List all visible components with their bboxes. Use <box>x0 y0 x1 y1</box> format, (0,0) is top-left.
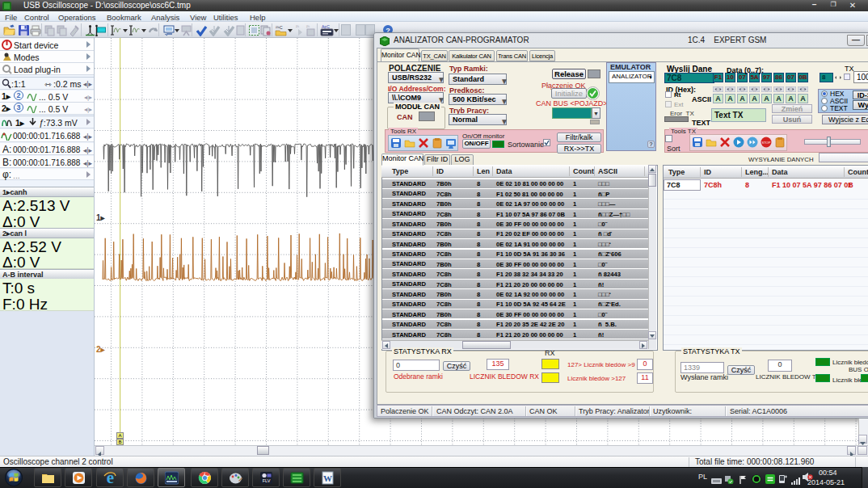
svg-text:STOP: STOP <box>762 141 771 145</box>
svg-text:W: W <box>323 473 332 483</box>
svg-text:²³¹C: ²³¹C <box>276 25 283 30</box>
svg-text:²³¹: ²³¹ <box>296 25 300 29</box>
svg-text:²³¹: ²³¹ <box>306 25 310 29</box>
svg-text:A≡C: A≡C <box>322 24 330 29</box>
svg-text:FLV: FLV <box>263 478 271 483</box>
